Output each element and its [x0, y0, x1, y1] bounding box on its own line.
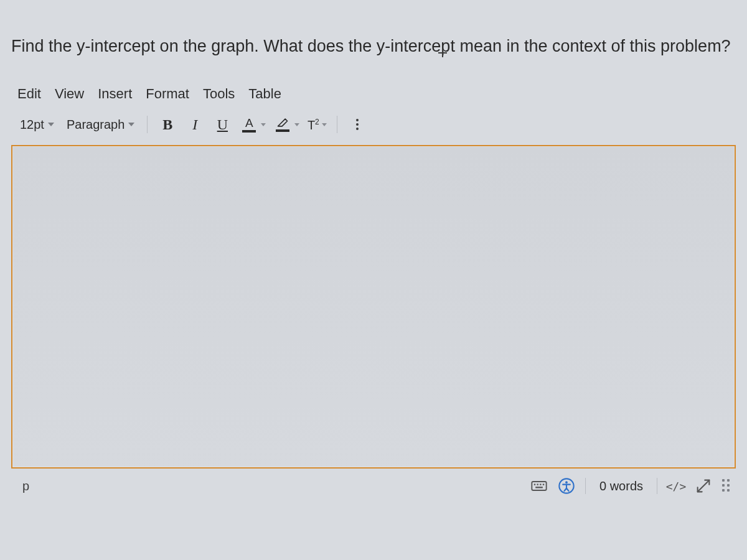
menu-format[interactable]: Format: [146, 86, 189, 102]
highlighter-icon: [273, 117, 292, 132]
accessibility-button[interactable]: [558, 477, 575, 495]
font-size-dropdown[interactable]: 12pt: [14, 113, 60, 136]
rich-text-editor: Edit View Insert Format Tools Table 12pt…: [11, 80, 740, 495]
chevron-down-icon: [294, 123, 299, 126]
svg-rect-2: [537, 484, 538, 485]
fullscreen-button[interactable]: [695, 477, 712, 495]
menu-insert[interactable]: Insert: [98, 86, 132, 102]
keyboard-button[interactable]: [530, 477, 548, 495]
toolbar: 12pt Paragraph B I U: [11, 108, 740, 142]
menubar: Edit View Insert Format Tools Table: [11, 82, 740, 108]
more-options-button[interactable]: [344, 113, 371, 136]
svg-point-7: [565, 482, 568, 484]
text-color-icon: A: [240, 117, 258, 133]
text-color-dropdown[interactable]: A: [236, 113, 270, 136]
more-vertical-icon: [350, 119, 365, 130]
chevron-down-icon: [48, 123, 54, 126]
svg-rect-0: [532, 482, 546, 490]
statusbar: p: [11, 469, 740, 495]
element-path[interactable]: p: [22, 479, 29, 493]
menu-tools[interactable]: Tools: [203, 86, 235, 102]
statusbar-separator: [585, 478, 586, 494]
accessibility-icon: [558, 477, 575, 495]
underline-button[interactable]: U: [209, 113, 236, 136]
italic-button[interactable]: I: [181, 113, 209, 136]
svg-rect-5: [535, 487, 543, 488]
block-format-dropdown[interactable]: Paragraph: [60, 113, 141, 136]
svg-rect-1: [534, 484, 535, 485]
chevron-down-icon: [261, 123, 266, 126]
bold-icon: B: [162, 116, 172, 133]
statusbar-separator: [657, 478, 657, 494]
menu-edit[interactable]: Edit: [17, 86, 41, 102]
text-style-group: B I U A: [154, 113, 331, 136]
chevron-down-icon: [128, 123, 134, 126]
toolbar-separator: [147, 116, 148, 133]
toolbar-separator: [337, 116, 337, 133]
keyboard-icon: [530, 477, 548, 495]
chevron-down-icon: [322, 123, 327, 126]
superscript-dropdown[interactable]: T2: [303, 113, 331, 136]
svg-rect-3: [540, 484, 541, 485]
html-view-button[interactable]: </>: [667, 477, 685, 495]
fullscreen-icon: [695, 477, 712, 495]
text-cursor-marker: [438, 49, 447, 57]
word-count: 0 words: [596, 479, 647, 493]
editor-content-area[interactable]: [11, 145, 736, 469]
superscript-icon: T2: [308, 118, 319, 133]
statusbar-right: 0 words </>: [530, 477, 733, 495]
font-size-label: 12pt: [20, 118, 44, 132]
prompt-text: Find the y-intercept on the graph. What …: [11, 37, 731, 55]
highlight-color-dropdown[interactable]: [270, 113, 303, 136]
editor-page: Find the y-intercept on the graph. What …: [0, 5, 747, 495]
menu-table[interactable]: Table: [248, 86, 281, 102]
svg-rect-4: [543, 484, 544, 485]
bold-button[interactable]: B: [154, 113, 181, 136]
question-prompt: Find the y-intercept on the graph. What …: [11, 5, 740, 80]
underline-icon: U: [217, 116, 228, 133]
italic-icon: I: [192, 116, 197, 133]
resize-handle[interactable]: [722, 479, 733, 493]
block-format-label: Paragraph: [67, 118, 125, 132]
menu-view[interactable]: View: [55, 86, 84, 102]
